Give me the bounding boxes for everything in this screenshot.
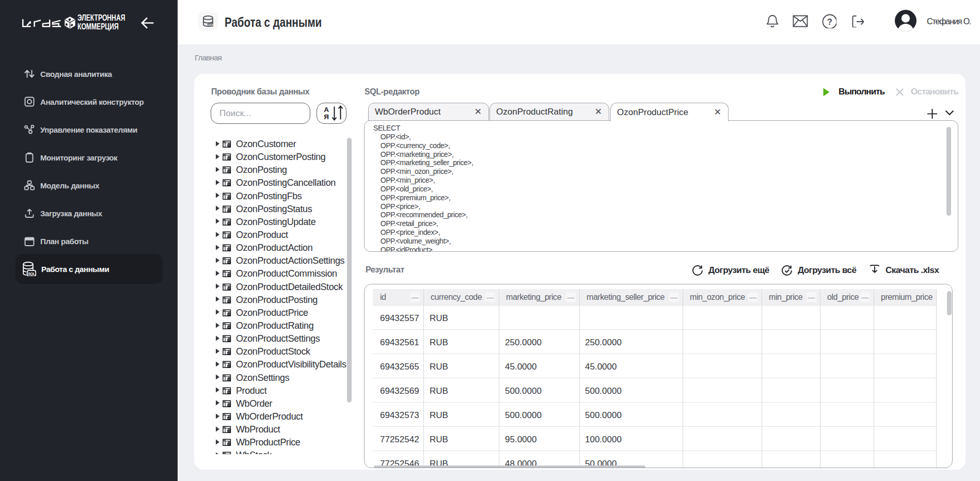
svg-text:SQL: SQL: [28, 272, 36, 276]
svg-text:?: ?: [827, 18, 832, 26]
svg-text:А: А: [324, 106, 329, 114]
svg-text:123: 123: [208, 23, 213, 26]
svg-text:Я: Я: [324, 113, 329, 121]
